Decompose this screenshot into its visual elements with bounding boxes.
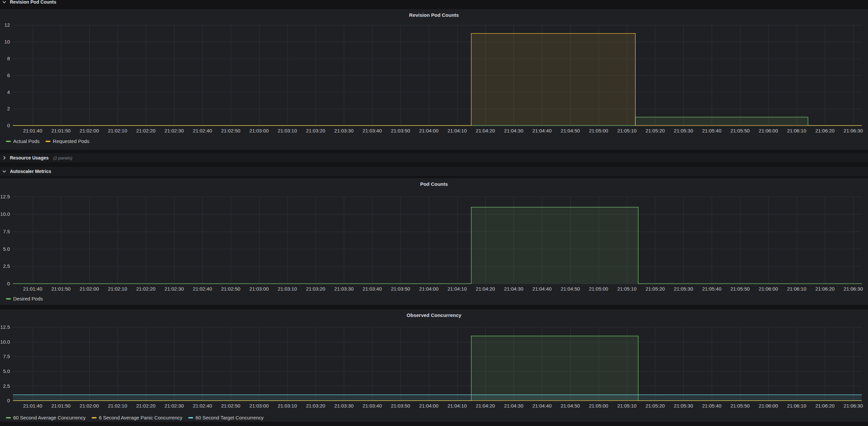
- chart-observed-concurrency[interactable]: 02.55.07.510.012.521:01:4021:01:5021:02:…: [0, 324, 868, 410]
- svg-text:21:01:40: 21:01:40: [23, 403, 42, 408]
- legend-series-label: Actual Pods: [13, 137, 39, 145]
- svg-text:21:03:30: 21:03:30: [334, 128, 353, 133]
- svg-text:21:06:00: 21:06:00: [759, 286, 778, 292]
- svg-text:21:05:40: 21:05:40: [702, 403, 721, 408]
- legend-item-desired-pods[interactable]: Desired Pods: [6, 295, 43, 303]
- svg-text:21:04:30: 21:04:30: [504, 286, 523, 292]
- svg-text:21:05:50: 21:05:50: [731, 128, 750, 133]
- svg-text:21:04:10: 21:04:10: [447, 403, 466, 408]
- svg-text:21:03:30: 21:03:30: [334, 286, 353, 292]
- svg-text:21:05:10: 21:05:10: [617, 128, 636, 133]
- svg-text:0: 0: [7, 123, 10, 128]
- svg-text:21:04:50: 21:04:50: [561, 403, 580, 408]
- y-axis-labels: 02.55.07.510.012.5: [0, 194, 10, 286]
- legend-series-color-dash: [6, 298, 11, 299]
- svg-text:21:05:20: 21:05:20: [646, 403, 664, 408]
- svg-text:21:04:50: 21:04:50: [561, 286, 580, 292]
- svg-text:21:02:00: 21:02:00: [80, 403, 99, 408]
- panel-title-revision-pod-counts[interactable]: Revision Pod Counts: [0, 9, 868, 21]
- svg-text:2.5: 2.5: [3, 383, 10, 389]
- legend-item-6-second-average-panic-concurrency[interactable]: 6 Second Average Panic Concurrency: [92, 414, 182, 422]
- legend-item-actual-pods[interactable]: Actual Pods: [6, 137, 39, 145]
- svg-text:12.5: 12.5: [0, 324, 10, 330]
- svg-text:21:04:40: 21:04:40: [532, 403, 552, 408]
- legend-series-label: Desired Pods: [13, 295, 43, 303]
- svg-text:21:04:30: 21:04:30: [504, 128, 523, 133]
- row-header-revision-pod-counts[interactable]: Revision Pod Counts: [0, 0, 868, 9]
- chart-canvas[interactable]: 02.55.07.510.012.521:01:4021:01:5021:02:…: [0, 193, 868, 293]
- svg-text:21:02:40: 21:02:40: [193, 403, 212, 408]
- svg-text:21:04:30: 21:04:30: [504, 403, 523, 408]
- svg-text:21:06:00: 21:06:00: [759, 403, 778, 408]
- svg-text:21:04:00: 21:04:00: [419, 286, 438, 292]
- gridlines: [13, 197, 862, 284]
- svg-text:10.0: 10.0: [0, 339, 10, 345]
- svg-text:21:06:30: 21:06:30: [844, 286, 863, 292]
- svg-text:21:03:00: 21:03:00: [250, 128, 269, 133]
- x-axis-labels: 21:01:4021:01:5021:02:0021:02:1021:02:20…: [23, 403, 863, 408]
- svg-text:6: 6: [7, 72, 10, 78]
- legend-item-60-second-target-concurrency[interactable]: 60 Second Target Concurrency: [188, 414, 264, 422]
- svg-text:21:02:50: 21:02:50: [221, 403, 240, 408]
- svg-text:21:02:50: 21:02:50: [221, 286, 240, 292]
- svg-text:0: 0: [7, 281, 10, 286]
- row-header-autoscaler-metrics[interactable]: Autoscaler Metrics: [0, 167, 868, 176]
- svg-text:7.5: 7.5: [3, 229, 10, 234]
- legend-series-label: 6 Second Average Panic Concurrency: [99, 414, 182, 422]
- svg-text:21:03:40: 21:03:40: [363, 128, 382, 133]
- svg-text:4: 4: [7, 89, 10, 95]
- chevron-down-icon: [2, 0, 7, 5]
- chart-pod-counts[interactable]: 02.55.07.510.012.521:01:4021:01:5021:02:…: [0, 193, 868, 293]
- svg-text:21:05:00: 21:05:00: [589, 403, 608, 408]
- row-header-resource-usages[interactable]: Resource Usages (2 panels): [0, 153, 868, 162]
- svg-text:21:05:40: 21:05:40: [702, 286, 721, 292]
- svg-text:21:01:40: 21:01:40: [23, 128, 42, 133]
- chart-revision-pod-counts[interactable]: 02468101221:01:4021:01:5021:02:0021:02:1…: [0, 22, 868, 135]
- panel-observed-concurrency: Observed Concurrency 02.55.07.510.012.52…: [0, 309, 868, 422]
- x-axis-labels: 21:01:4021:01:5021:02:0021:02:1021:02:20…: [23, 286, 863, 292]
- svg-text:0: 0: [7, 398, 10, 403]
- svg-text:21:03:50: 21:03:50: [391, 128, 410, 133]
- svg-text:21:01:40: 21:01:40: [23, 286, 42, 292]
- svg-text:21:03:40: 21:03:40: [363, 286, 382, 292]
- svg-text:10: 10: [4, 39, 10, 44]
- svg-text:21:02:40: 21:02:40: [193, 128, 212, 133]
- legend-item-requested-pods[interactable]: Requested Pods: [45, 137, 89, 145]
- svg-text:5.0: 5.0: [3, 368, 10, 374]
- svg-text:21:05:30: 21:05:30: [674, 128, 693, 133]
- svg-text:21:03:00: 21:03:00: [250, 286, 269, 292]
- legend-series-label: Requested Pods: [53, 137, 89, 145]
- legend-observed-concurrency: 60 Second Average Concurrency6 Second Av…: [0, 414, 868, 422]
- svg-text:12.5: 12.5: [0, 194, 10, 199]
- x-axis-labels: 21:01:4021:01:5021:02:0021:02:1021:02:20…: [23, 128, 863, 133]
- legend-series-color-dash: [45, 141, 51, 142]
- svg-text:21:05:30: 21:05:30: [674, 286, 693, 292]
- series-60-second-average-concurrency: [13, 336, 862, 401]
- gridlines: [13, 25, 862, 126]
- legend-series-label: 60 Second Average Concurrency: [13, 414, 86, 422]
- svg-text:21:04:10: 21:04:10: [447, 286, 466, 292]
- svg-text:21:01:50: 21:01:50: [52, 403, 70, 408]
- svg-text:21:03:20: 21:03:20: [306, 403, 325, 408]
- series-desired-pods: [13, 207, 862, 284]
- svg-text:21:06:20: 21:06:20: [815, 286, 834, 292]
- svg-text:21:01:50: 21:01:50: [52, 128, 70, 133]
- svg-text:8: 8: [7, 56, 10, 61]
- panel-title-pod-counts[interactable]: Pod Counts: [0, 178, 868, 190]
- svg-text:21:04:40: 21:04:40: [532, 286, 552, 292]
- svg-text:21:04:20: 21:04:20: [476, 403, 495, 408]
- svg-text:21:01:50: 21:01:50: [52, 286, 70, 292]
- svg-text:21:02:50: 21:02:50: [221, 128, 240, 133]
- chevron-right-icon: [2, 155, 7, 160]
- svg-text:21:06:30: 21:06:30: [844, 403, 863, 408]
- y-axis-labels: 024681012: [4, 22, 10, 128]
- chart-canvas[interactable]: 02468101221:01:4021:01:5021:02:0021:02:1…: [0, 22, 868, 135]
- chart-canvas[interactable]: 02.55.07.510.012.521:01:4021:01:5021:02:…: [0, 324, 868, 410]
- panel-title-observed-concurrency[interactable]: Observed Concurrency: [0, 309, 868, 321]
- svg-text:21:04:20: 21:04:20: [476, 128, 495, 133]
- svg-text:21:05:20: 21:05:20: [646, 128, 664, 133]
- legend-item-60-second-average-concurrency[interactable]: 60 Second Average Concurrency: [6, 414, 86, 422]
- chevron-down-icon: [2, 169, 7, 174]
- svg-text:21:02:20: 21:02:20: [136, 286, 155, 292]
- legend-series-color-dash: [6, 141, 11, 142]
